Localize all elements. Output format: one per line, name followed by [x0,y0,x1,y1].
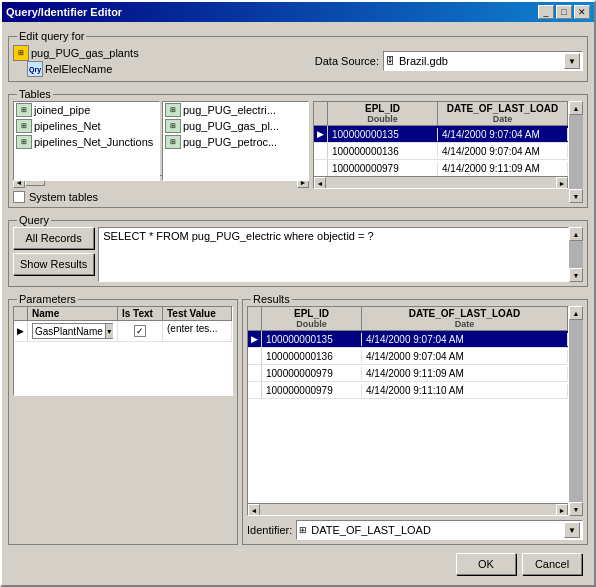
system-tables-label: System tables [29,191,98,203]
identifier-value: DATE_OF_LAST_LOAD [311,524,431,536]
h-scroll-left[interactable]: ◄ [314,177,326,189]
params-name-cell: GasPlantName ▼ [28,321,118,341]
epl-id-cell: 100000000135 [328,128,438,141]
left-tables-list[interactable]: ⊞ joined_pipe ⊞ pipelines_Net ⊞ pipeline… [13,101,160,181]
date-cell: 4/14/2000 9:07:04 AM [362,350,568,363]
table-name: pug_PUG_petroc... [183,136,277,148]
list-item[interactable]: ⊞ joined_pipe [14,102,159,118]
identifier-combo[interactable]: ⊞ DATE_OF_LAST_LOAD ▼ [296,520,583,540]
right-tables-list[interactable]: ⊞ pug_PUG_electri... ⊞ pug_PUG_gas_pl...… [162,101,309,181]
show-results-button[interactable]: Show Results [13,253,94,275]
query-inner: All Records Show Results SELECT * FROM p… [13,227,583,282]
v-scroll-track [569,320,583,502]
table-row[interactable]: 100000000136 4/14/2000 9:07:04 AM [314,143,568,160]
bottom-panels: Parameters Name Is Text Test Value ▶ [8,291,588,545]
list-item[interactable]: ⊞ pug_PUG_electri... [163,102,308,118]
table-name: joined_pipe [34,104,90,116]
ok-button[interactable]: OK [456,553,516,575]
params-col-name: Name [28,307,118,320]
row-indicator [248,365,262,381]
h-scroll-left[interactable]: ◄ [248,504,260,516]
tree-parent-label: pug_PUG_gas_plants [31,47,139,59]
list-item[interactable]: ⊞ pug_PUG_petroc... [163,134,308,150]
row-indicator: ▶ [314,126,328,142]
tables-col-date-type: Date [442,114,563,124]
params-istext-cell: ✓ [118,321,163,341]
h-scroll-area [260,504,556,515]
all-records-button[interactable]: All Records [13,227,94,249]
results-data-grid: EPL_ID Double DATE_OF_LAST_LOAD Date ▶ [247,306,569,516]
parameters-label: Parameters [17,293,78,305]
list-item[interactable]: ⊞ pipelines_Net_Junctions [14,134,159,150]
minimize-button[interactable]: _ [538,5,554,19]
params-name-combo[interactable]: GasPlantName ▼ [32,323,113,339]
params-istext-checkbox[interactable]: ✓ [134,325,146,337]
datasource-combo-inner: 🗄 Brazil.gdb [386,55,564,67]
v-scroll-up[interactable]: ▲ [569,227,583,241]
table-name: pug_PUG_electri... [183,104,276,116]
table-row[interactable]: ▶ 100000000135 4/14/2000 9:07:04 AM [314,126,568,143]
query-sql-text: SELECT * FROM pug_PUG_electric where obj… [103,230,564,242]
params-indicator-header [14,307,28,320]
title-bar: Query/Identifier Editor _ □ ✕ [2,2,594,22]
footer: OK Cancel [8,549,588,579]
results-col-date: DATE_OF_LAST_LOAD Date [362,307,568,330]
cancel-button[interactable]: Cancel [522,553,582,575]
edit-query-section: Edit query for ⊞ pug_PUG_gas_plants Qry … [8,36,588,82]
row-indicator [314,160,328,176]
results-col-date-name: DATE_OF_LAST_LOAD [366,308,563,319]
table-icon: ⊞ [165,135,181,149]
epl-id-cell: 100000000135 [262,333,362,346]
tables-section: Tables ⊞ joined_pipe ⊞ pipeli [8,94,588,208]
tables-grid-indicator-header [314,102,328,125]
query-text-area[interactable]: SELECT * FROM pug_PUG_electric where obj… [98,227,569,282]
window-content: Edit query for ⊞ pug_PUG_gas_plants Qry … [2,22,594,585]
datasource-dropdown-arrow[interactable]: ▼ [564,53,580,69]
maximize-button[interactable]: □ [556,5,572,19]
v-scroll-down[interactable]: ▼ [569,502,583,516]
h-scroll-right[interactable]: ► [556,177,568,189]
v-scroll-down[interactable]: ▼ [569,268,583,282]
result-row[interactable]: 100000000136 4/14/2000 9:07:04 AM [248,348,568,365]
results-v-scrollbar[interactable]: ▲ ▼ [569,306,583,516]
table-row[interactable]: 100000000979 4/14/2000 9:11:09 AM [314,160,568,176]
tables-lists: ⊞ joined_pipe ⊞ pipelines_Net ⊞ pipeline… [13,101,309,203]
list-item[interactable]: ⊞ pipelines_Net [14,118,159,134]
system-tables-checkbox[interactable] [13,191,25,203]
tables-v-scrollbar[interactable]: ▲ ▼ [569,101,583,203]
v-scroll-up[interactable]: ▲ [569,101,583,115]
results-h-scrollbar[interactable]: ◄ ► [248,503,568,515]
close-button[interactable]: ✕ [574,5,590,19]
v-scroll-down[interactable]: ▼ [569,189,583,203]
results-grid-wrapper: EPL_ID Double DATE_OF_LAST_LOAD Date ▶ [247,306,583,516]
date-cell: 4/14/2000 9:07:04 AM [438,145,568,158]
result-row[interactable]: ▶ 100000000135 4/14/2000 9:07:04 AM [248,331,568,348]
table-name: pug_PUG_gas_pl... [183,120,279,132]
results-indicator-header [248,307,262,330]
tree-parent-item: ⊞ pug_PUG_gas_plants [13,45,139,61]
identifier-label: Identifier: [247,524,292,536]
result-row[interactable]: 100000000979 4/14/2000 9:11:10 AM [248,382,568,399]
epl-id-cell: 100000000136 [328,145,438,158]
row-indicator [248,382,262,398]
system-tables-row: System tables [13,191,309,203]
v-scroll-up[interactable]: ▲ [569,306,583,320]
params-row[interactable]: ▶ GasPlantName ▼ ✓ (enter tes... [14,321,232,342]
tables-grid-area: EPL_ID Double DATE_OF_LAST_LOAD Date [313,101,583,203]
params-testval-cell[interactable]: (enter tes... [163,321,232,341]
result-row[interactable]: 100000000979 4/14/2000 9:11:09 AM [248,365,568,382]
identifier-row: Identifier: ⊞ DATE_OF_LAST_LOAD ▼ [247,520,583,540]
datasource-combo[interactable]: 🗄 Brazil.gdb ▼ [383,51,583,71]
h-scroll-right[interactable]: ► [556,504,568,516]
table-icon: ⊞ [16,119,32,133]
params-combo-dropdown[interactable]: ▼ [105,324,113,338]
params-grid: Name Is Text Test Value ▶ GasPlantName ▼ [13,306,233,396]
results-label: Results [251,293,292,305]
row-indicator [314,143,328,159]
identifier-dropdown-arrow[interactable]: ▼ [564,522,580,538]
list-item[interactable]: ⊞ pug_PUG_gas_pl... [163,118,308,134]
datasource-value: Brazil.gdb [399,55,448,67]
table-icon: ⊞ [16,103,32,117]
query-v-scrollbar[interactable]: ▲ ▼ [569,227,583,282]
grid-h-scrollbar[interactable]: ◄ ► [314,176,568,188]
